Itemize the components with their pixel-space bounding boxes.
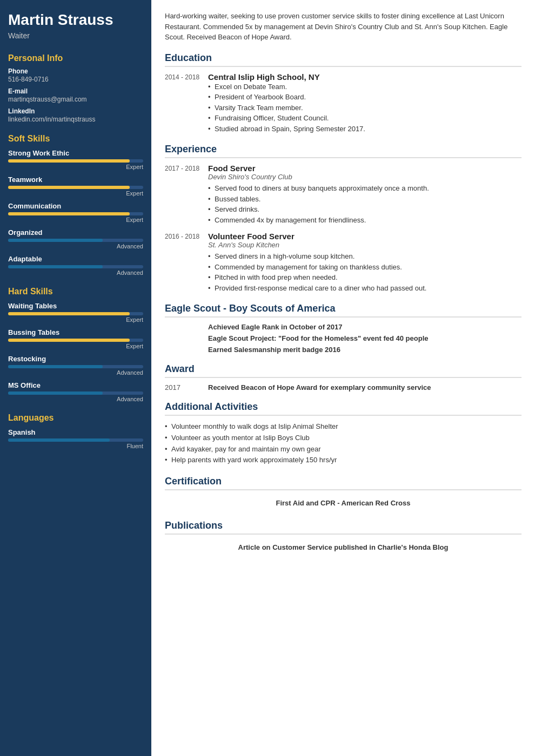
exp-company: Devin Shiro's Country Club xyxy=(208,173,521,181)
list-item: Volunteer as youth mentor at Islip Boys … xyxy=(165,433,521,444)
phone-label: Phone xyxy=(8,68,143,75)
skill-name: Teamwork xyxy=(8,176,143,184)
list-item: Volunteer monthly to walk dogs at Islip … xyxy=(165,421,521,433)
skill-bar-bg xyxy=(8,159,143,163)
edu-content: Central Islip High School, NY Excel on D… xyxy=(208,72,521,134)
skill-level: Expert xyxy=(8,164,143,170)
hard-skills-section: Hard Skills Waiting Tables Expert Bussin… xyxy=(0,281,151,408)
languages-list: Spanish Fluent xyxy=(8,428,143,449)
list-item: Served drinks. xyxy=(208,204,521,215)
list-item: Fundraising Officer, Student Council. xyxy=(208,113,521,124)
skill-level: Expert xyxy=(8,217,143,223)
experience-row: 2016 - 2018 Volunteer Food Server St. An… xyxy=(165,232,521,293)
eagle-title: Eagle Scout - Boy Scouts of America xyxy=(165,303,521,318)
skill-bar-bg xyxy=(8,212,143,215)
skill-item: Strong Work Ethic Expert xyxy=(8,149,143,170)
list-item: Help parents with yard work approximatel… xyxy=(165,455,521,466)
skill-item: Communication Expert xyxy=(8,202,143,223)
personal-info-title: Personal Info xyxy=(8,53,143,63)
publication-text: Article on Customer Service published in… xyxy=(165,540,521,555)
skill-name: Strong Work Ethic xyxy=(8,149,143,157)
skill-bar-fill xyxy=(8,265,103,268)
main-content: Hard-working waiter, seeking to use prov… xyxy=(151,0,535,756)
certification-text: First Aid and CPR - American Red Cross xyxy=(165,496,521,510)
personal-info-section: Personal Info Phone 516-849-0716 E-mail … xyxy=(0,48,151,129)
candidate-name: Martin Strauss xyxy=(8,11,143,29)
resume-container: Martin Strauss Waiter Personal Info Phon… xyxy=(0,0,535,756)
list-item: President of Yearbook Board. xyxy=(208,92,521,103)
education-list: 2014 - 2018 Central Islip High School, N… xyxy=(165,72,521,134)
publications-section: Publications Article on Customer Service… xyxy=(165,520,521,555)
skill-item: Restocking Advanced xyxy=(8,355,143,376)
skill-bar-fill xyxy=(8,339,130,342)
skill-name: Communication xyxy=(8,202,143,210)
eagle-item: Eagle Scout Project: "Food for the Homel… xyxy=(165,334,521,342)
skill-name: Spanish xyxy=(8,428,143,436)
education-title: Education xyxy=(165,52,521,67)
skill-level: Fluent xyxy=(8,443,143,449)
certification-section: Certification First Aid and CPR - Americ… xyxy=(165,476,521,510)
skill-name: Waiting Tables xyxy=(8,302,143,310)
award-date: 2017 xyxy=(165,383,200,392)
experience-row: 2017 - 2018 Food Server Devin Shiro's Co… xyxy=(165,164,521,225)
skill-bar-bg xyxy=(8,186,143,189)
activities-section: Additional Activities Volunteer monthly … xyxy=(165,401,521,466)
skill-item: Teamwork Expert xyxy=(8,176,143,197)
sidebar: Martin Strauss Waiter Personal Info Phon… xyxy=(0,0,151,756)
linkedin-label: LinkedIn xyxy=(8,107,143,115)
soft-skills-section: Soft Skills Strong Work Ethic Expert Tea… xyxy=(0,129,151,281)
education-row: 2014 - 2018 Central Islip High School, N… xyxy=(165,72,521,134)
activities-list: Volunteer monthly to walk dogs at Islip … xyxy=(165,421,521,466)
experience-title: Experience xyxy=(165,144,521,158)
exp-content: Volunteer Food Server St. Ann's Soup Kit… xyxy=(208,232,521,293)
edu-school: Central Islip High School, NY xyxy=(208,72,521,82)
skill-item: Spanish Fluent xyxy=(8,428,143,449)
exp-date: 2016 - 2018 xyxy=(165,232,200,293)
skill-bar-fill xyxy=(8,159,130,163)
skill-bar-fill xyxy=(8,365,103,368)
email-label: E-mail xyxy=(8,87,143,95)
certification-title: Certification xyxy=(165,476,521,490)
hard-skills-title: Hard Skills xyxy=(8,287,143,296)
list-item: Excel on Debate Team. xyxy=(208,82,521,92)
sidebar-header: Martin Strauss Waiter xyxy=(0,0,151,48)
skill-level: Advanced xyxy=(8,269,143,276)
skill-level: Expert xyxy=(8,316,143,323)
summary-text: Hard-working waiter, seeking to use prov… xyxy=(165,11,521,43)
phone-value: 516-849-0716 xyxy=(8,76,143,83)
award-section: Award 2017 Received Beacon of Hope Award… xyxy=(165,363,521,392)
languages-section: Languages Spanish Fluent xyxy=(0,408,151,455)
skill-bar-fill xyxy=(8,186,130,189)
skill-bar-fill xyxy=(8,392,103,395)
experience-section: Experience 2017 - 2018 Food Server Devin… xyxy=(165,144,521,293)
eagle-section: Eagle Scout - Boy Scouts of America Achi… xyxy=(165,303,521,354)
exp-company: St. Ann's Soup Kitchen xyxy=(208,241,521,249)
award-list: 2017 Received Beacon of Hope Award for e… xyxy=(165,383,521,392)
skill-name: Adaptable xyxy=(8,255,143,263)
skill-bar-bg xyxy=(8,239,143,242)
hard-skills-list: Waiting Tables Expert Bussing Tables Exp… xyxy=(8,302,143,402)
eagle-list: Achieved Eagle Rank in October of 2017Ea… xyxy=(165,323,521,354)
edu-date: 2014 - 2018 xyxy=(165,72,200,134)
list-item: Studied abroad in Spain, Spring Semester… xyxy=(208,124,521,134)
skill-item: MS Office Advanced xyxy=(8,381,143,402)
candidate-title: Waiter xyxy=(8,31,143,40)
skill-item: Bussing Tables Expert xyxy=(8,328,143,349)
exp-content: Food Server Devin Shiro's Country Club S… xyxy=(208,164,521,225)
skill-level: Advanced xyxy=(8,396,143,402)
skill-bar-bg xyxy=(8,265,143,268)
award-text: Received Beacon of Hope Award for exempl… xyxy=(208,383,431,392)
list-item: Pitched in with food prep when needed. xyxy=(208,272,521,283)
skill-level: Expert xyxy=(8,190,143,197)
list-item: Varsity Track Team member. xyxy=(208,103,521,113)
skill-bar-fill xyxy=(8,438,110,442)
skill-name: Bussing Tables xyxy=(8,328,143,336)
skill-level: Advanced xyxy=(8,243,143,249)
skill-name: MS Office xyxy=(8,381,143,389)
skill-bar-bg xyxy=(8,312,143,315)
skill-item: Waiting Tables Expert xyxy=(8,302,143,323)
list-item: Provided first-response medical care to … xyxy=(208,283,521,294)
eagle-item: Achieved Eagle Rank in October of 2017 xyxy=(165,323,521,331)
education-section: Education 2014 - 2018 Central Islip High… xyxy=(165,52,521,134)
skill-bar-bg xyxy=(8,438,143,442)
